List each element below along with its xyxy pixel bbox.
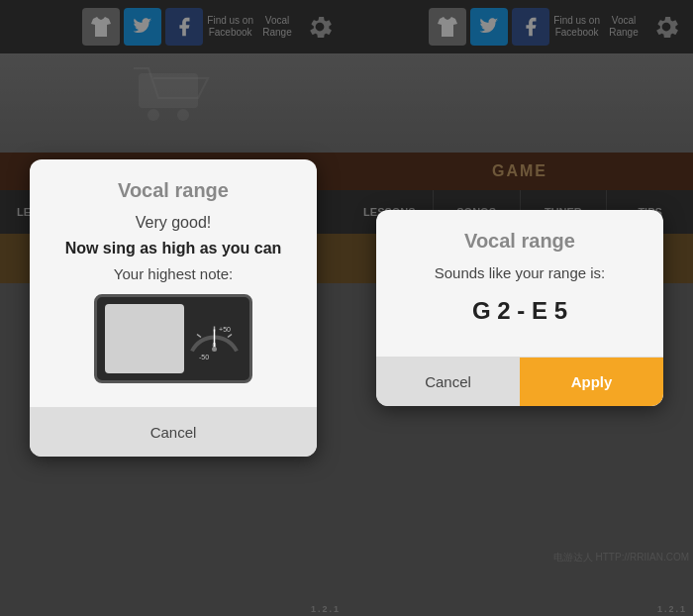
cancel-button-2[interactable]: Cancel bbox=[376, 358, 520, 406]
very-good-text: Very good! bbox=[50, 214, 297, 232]
tuner-display bbox=[105, 304, 184, 373]
tuner-widget: +50 0 -50 bbox=[94, 294, 252, 383]
subtext: Your highest note: bbox=[50, 265, 297, 282]
modal-title-2: Vocal range bbox=[396, 230, 644, 253]
modal-footer-2: Cancel Apply bbox=[376, 357, 663, 406]
svg-line-4 bbox=[197, 335, 201, 338]
modal-1: Vocal range Very good! Now sing as high … bbox=[30, 159, 317, 457]
range-text: G 2 - E 5 bbox=[396, 297, 644, 325]
tuner-gauge: +50 0 -50 bbox=[187, 312, 242, 366]
cancel-button-1[interactable]: Cancel bbox=[30, 408, 317, 457]
sounds-like-text: Sounds like your range is: bbox=[396, 264, 644, 281]
instruction-text: Now sing as high as you can bbox=[50, 240, 297, 257]
apply-button[interactable]: Apply bbox=[520, 358, 663, 406]
modal-title-1: Vocal range bbox=[50, 179, 297, 202]
modal-body-2: Vocal range Sounds like your range is: G… bbox=[376, 210, 663, 357]
modal-2: Vocal range Sounds like your range is: G… bbox=[376, 210, 663, 406]
screen-2: Find us on Facebook Vocal Range GAME 1.2… bbox=[346, 0, 693, 616]
svg-text:+50: +50 bbox=[219, 326, 231, 333]
modal-footer-1: Cancel bbox=[30, 407, 317, 457]
svg-line-5 bbox=[228, 335, 232, 338]
svg-text:-50: -50 bbox=[199, 354, 209, 360]
screen-1: Find us on Facebook Vocal Range GAME 1.2… bbox=[0, 0, 346, 616]
modal-body-1: Vocal range Very good! Now sing as high … bbox=[30, 159, 317, 407]
modal-overlay-2: Vocal range Sounds like your range is: G… bbox=[346, 0, 693, 616]
svg-point-10 bbox=[212, 347, 217, 352]
modal-overlay-1: Vocal range Very good! Now sing as high … bbox=[0, 0, 346, 616]
